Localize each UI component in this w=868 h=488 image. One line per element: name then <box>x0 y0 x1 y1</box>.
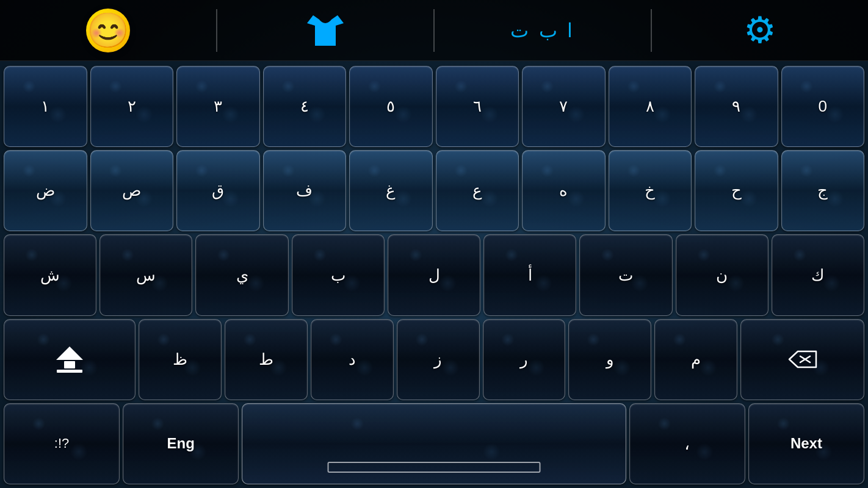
toolbar: ا ب ت ⚙ <box>0 0 868 61</box>
key-dad[interactable]: ض <box>4 150 87 231</box>
key-ta[interactable]: ت <box>579 234 672 315</box>
toolbar-item-tshirt[interactable] <box>217 12 433 49</box>
arabic-abc-icon: ا ب ت <box>510 19 576 42</box>
gear-icon: ⚙ <box>743 12 776 49</box>
tshirt-icon <box>304 12 347 49</box>
backspace-icon <box>788 350 817 369</box>
shift-arrow-icon <box>56 346 83 373</box>
key-kaf[interactable]: ك <box>772 234 864 315</box>
key-0[interactable]: 0 <box>781 66 865 147</box>
key-4[interactable]: ٤ <box>263 66 347 147</box>
next-key[interactable]: Next <box>748 403 864 484</box>
key-zain[interactable]: ز <box>397 319 480 400</box>
key-ain[interactable]: ع <box>436 150 519 231</box>
space-key[interactable] <box>242 403 626 484</box>
number-row: ١ ٢ ٣ ٤ ٥ ٦ ٧ ٨ ٩ 0 <box>4 66 864 147</box>
key-ghain[interactable]: غ <box>349 150 433 231</box>
eng-key[interactable]: Eng <box>123 403 239 484</box>
toolbar-item-settings[interactable]: ⚙ <box>652 12 868 49</box>
key-alef-hamza[interactable]: أ <box>483 234 576 315</box>
key-1[interactable]: ١ <box>4 66 87 147</box>
key-sad[interactable]: ص <box>90 150 174 231</box>
key-ba[interactable]: ب <box>292 234 385 315</box>
key-6[interactable]: ٦ <box>436 66 519 147</box>
key-ta-heavy[interactable]: ط <box>225 319 308 400</box>
svg-line-1 <box>800 356 810 362</box>
key-nun[interactable]: ن <box>676 234 769 315</box>
key-7[interactable]: ٧ <box>522 66 606 147</box>
key-za[interactable]: ظ <box>139 319 222 400</box>
key-seen[interactable]: س <box>99 234 192 315</box>
key-3[interactable]: ٣ <box>176 66 260 147</box>
backspace-key[interactable] <box>740 319 864 400</box>
svg-line-2 <box>800 356 810 362</box>
key-9[interactable]: ٩ <box>695 66 778 147</box>
comma-key[interactable]: ، <box>629 403 745 484</box>
row-5: :!? Eng ، Next <box>4 403 864 484</box>
emoji-icon <box>86 9 130 52</box>
toolbar-item-emoji[interactable] <box>0 9 216 52</box>
toolbar-item-arabic-abc[interactable]: ا ب ت <box>435 19 651 42</box>
key-waw[interactable]: و <box>568 319 651 400</box>
svg-marker-0 <box>789 351 816 367</box>
key-fa[interactable]: ف <box>263 150 347 231</box>
key-jeem[interactable]: ج <box>781 150 865 231</box>
key-8[interactable]: ٨ <box>609 66 692 147</box>
row-2: ض ص ق ف غ ع ه خ ح ج <box>4 150 864 231</box>
key-meem[interactable]: م <box>654 319 737 400</box>
key-ya[interactable]: ي <box>195 234 288 315</box>
symbols-key[interactable]: :!? <box>4 403 120 484</box>
key-lam[interactable]: ل <box>388 234 480 315</box>
key-dal[interactable]: د <box>311 319 394 400</box>
key-sheen[interactable]: ش <box>4 234 96 315</box>
key-2[interactable]: ٢ <box>90 66 174 147</box>
shift-key[interactable] <box>4 319 136 400</box>
keyboard: ١ ٢ ٣ ٤ ٥ ٦ ٧ ٨ ٩ 0 ض ص ق ف غ ع ه خ ح ج … <box>0 61 868 488</box>
row-4: ظ ط د ز ر و م <box>4 319 864 400</box>
key-ra[interactable]: ر <box>483 319 566 400</box>
key-ha-small[interactable]: ه <box>522 150 606 231</box>
key-ha[interactable]: ح <box>695 150 778 231</box>
key-qaf[interactable]: ق <box>176 150 260 231</box>
row-3: ش س ي ب ل أ ت ن ك <box>4 234 864 315</box>
key-kha[interactable]: خ <box>609 150 692 231</box>
key-5[interactable]: ٥ <box>349 66 433 147</box>
